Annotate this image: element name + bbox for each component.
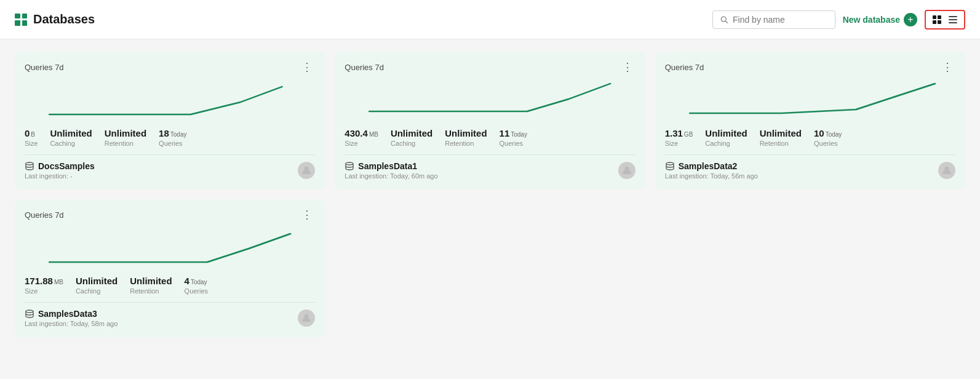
card-footer: DocsSamples Last ingestion: - <box>25 154 315 180</box>
stat-queries: 10Today Queries <box>814 128 842 147</box>
svg-rect-4 <box>933 20 936 24</box>
stat-retention: Unlimited Retention <box>105 128 146 147</box>
card-header: Queries 7d ⋮ <box>25 62 315 73</box>
db-last-ingestion: Last ingestion: Today, 56m ago <box>665 172 758 180</box>
stat-caching: Unlimited Caching <box>705 128 747 147</box>
search-icon <box>720 15 728 24</box>
card-stats: 171.88MB Size Unlimited Caching Unlimite… <box>25 276 315 295</box>
card-stats: 0B Size Unlimited Caching Unlimited Rete… <box>25 128 315 147</box>
stat-caching-label: Caching <box>50 140 92 147</box>
db-name[interactable]: DocsSamples <box>38 161 95 171</box>
stat-queries-value: 18Today <box>159 128 186 138</box>
stat-size-label: Size <box>345 140 378 147</box>
queries-chart <box>345 78 635 121</box>
svg-point-11 <box>346 162 353 165</box>
app-logo-icon <box>15 14 27 26</box>
svg-rect-5 <box>938 20 941 24</box>
stat-caching-label: Caching <box>705 140 747 147</box>
page-title: Databases <box>33 12 95 26</box>
svg-point-9 <box>26 162 33 165</box>
stat-retention-value: Unlimited <box>105 128 146 138</box>
stat-queries-unit: Today <box>511 131 527 138</box>
new-database-label: New database <box>843 15 900 25</box>
database-card: Queries 7d ⋮ 171.88MB Size Unlimited Cac… <box>15 199 325 337</box>
stat-retention-label: Retention <box>445 140 487 147</box>
database-icon <box>665 161 675 171</box>
db-name-section: SamplesData3 <box>25 309 118 319</box>
stat-size-label: Size <box>25 287 63 295</box>
stat-retention-value: Unlimited <box>445 128 487 138</box>
grid-view-button[interactable] <box>930 14 944 26</box>
stat-queries-unit: Today <box>826 131 842 138</box>
stat-size: 171.88MB Size <box>25 276 63 295</box>
list-view-button[interactable] <box>946 14 960 26</box>
queries-chart <box>25 78 315 121</box>
stat-size: 430.4MB Size <box>345 128 378 147</box>
db-last-ingestion: Last ingestion: Today, 58m ago <box>25 320 118 327</box>
svg-rect-2 <box>933 15 936 19</box>
card-footer: SamplesData2 Last ingestion: Today, 56m … <box>665 154 955 180</box>
db-name[interactable]: SamplesData3 <box>38 309 97 319</box>
stat-queries-label: Queries <box>814 140 842 147</box>
card-footer: SamplesData3 Last ingestion: Today, 58m … <box>25 302 315 327</box>
header: Databases New database + <box>0 0 980 39</box>
card-menu-button[interactable]: ⋮ <box>299 62 315 73</box>
header-left: Databases <box>15 12 712 26</box>
database-card: Queries 7d ⋮ 1.31GB Size Unlimited Cachi… <box>655 52 965 190</box>
db-info: DocsSamples Last ingestion: - <box>25 161 95 180</box>
db-name[interactable]: SamplesData2 <box>679 161 738 171</box>
svg-rect-8 <box>949 22 957 23</box>
stat-size-unit: MB <box>369 131 378 138</box>
search-box[interactable] <box>712 10 835 29</box>
card-menu-button[interactable]: ⋮ <box>299 209 315 220</box>
stat-size-label: Size <box>665 140 693 147</box>
stat-size: 0B Size <box>25 128 38 147</box>
new-database-button[interactable]: New database + <box>843 13 917 26</box>
stat-caching: Unlimited Caching <box>76 276 118 295</box>
stat-caching-value: Unlimited <box>50 128 92 138</box>
stat-caching: Unlimited Caching <box>50 128 92 147</box>
stat-size: 1.31GB Size <box>665 128 693 147</box>
stat-retention: Unlimited Retention <box>760 128 802 147</box>
header-right: New database + <box>712 10 965 30</box>
stat-retention-value: Unlimited <box>760 128 802 138</box>
view-toggle <box>925 10 965 30</box>
svg-line-1 <box>725 21 727 23</box>
user-icon <box>301 313 312 324</box>
card-menu-button[interactable]: ⋮ <box>939 62 955 73</box>
queries-label: Queries 7d <box>345 63 384 72</box>
chart-area <box>25 225 315 268</box>
card-footer: SamplesData1 Last ingestion: Today, 60m … <box>345 154 635 180</box>
database-icon <box>25 161 34 171</box>
db-info: SamplesData2 Last ingestion: Today, 56m … <box>665 161 758 180</box>
db-last-ingestion: Last ingestion: - <box>25 172 95 180</box>
svg-rect-6 <box>949 16 957 17</box>
svg-rect-3 <box>938 15 941 19</box>
card-menu-button[interactable]: ⋮ <box>619 62 635 73</box>
database-icon <box>25 309 34 319</box>
queries-label: Queries 7d <box>25 210 64 220</box>
user-icon <box>941 165 952 176</box>
queries-label: Queries 7d <box>25 63 64 72</box>
database-card: Queries 7d ⋮ 0B Size Unlimited Caching U… <box>15 52 325 190</box>
search-input[interactable] <box>733 15 827 25</box>
db-name[interactable]: SamplesData1 <box>358 161 417 171</box>
stat-retention-value: Unlimited <box>130 276 172 286</box>
stat-queries-value: 4Today <box>185 276 209 286</box>
stat-queries: 11Today Queries <box>500 128 527 147</box>
databases-grid: Queries 7d ⋮ 0B Size Unlimited Caching U… <box>15 52 965 337</box>
user-icon <box>301 165 312 176</box>
user-icon <box>621 165 632 176</box>
stat-size-value: 0B <box>25 128 38 138</box>
avatar <box>298 309 315 327</box>
avatar <box>618 162 635 179</box>
stat-caching-label: Caching <box>391 140 432 147</box>
stat-caching: Unlimited Caching <box>391 128 432 147</box>
card-header: Queries 7d ⋮ <box>25 209 315 220</box>
grid-icon <box>932 15 942 25</box>
stat-queries-value: 10Today <box>814 128 842 138</box>
stat-retention-label: Retention <box>130 287 172 295</box>
stat-queries-label: Queries <box>500 140 527 147</box>
stat-size-label: Size <box>25 140 38 147</box>
card-stats: 1.31GB Size Unlimited Caching Unlimited … <box>665 128 955 147</box>
